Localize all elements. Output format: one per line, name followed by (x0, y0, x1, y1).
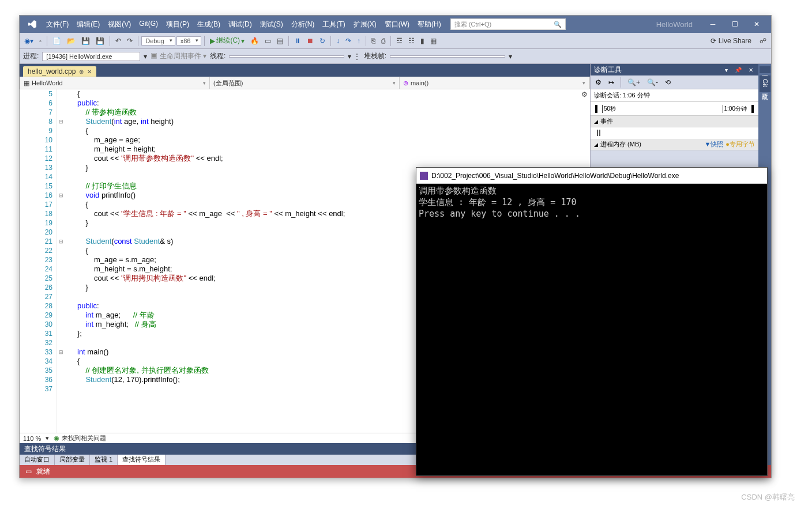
fold-column: ⊟⊟⊟⊟ (57, 89, 66, 433)
browser-icon[interactable]: ▭ (262, 36, 273, 46)
restart-button[interactable]: ↻ (317, 36, 328, 46)
fold-toggle[interactable]: ⊟ (57, 117, 66, 126)
panel-tab[interactable]: 局部变量 (55, 455, 90, 465)
fold-toggle (57, 329, 66, 338)
diag-exit-icon[interactable]: ↦ (606, 77, 616, 88)
close-tab-icon[interactable]: ✕ (87, 69, 92, 75)
save-all-button[interactable]: 💾 (93, 36, 107, 46)
console-body: 调用带参数构造函数 学生信息 : 年龄 = 12 , 身高 = 170 Pres… (416, 184, 767, 475)
menu-item[interactable]: 调试(D) (225, 17, 255, 32)
undo-button[interactable]: ↶ (113, 36, 123, 46)
fold-toggle (57, 264, 66, 274)
nav-fwd-button[interactable]: ◦ (37, 36, 44, 46)
diag-toolbar: ⚙ ↦ 🔍+ 🔍- ⟲ (591, 75, 758, 89)
script-icon[interactable]: ▤ (275, 36, 285, 46)
rail-solution-explorer[interactable]: 解决方案资源管理器 (760, 66, 770, 73)
diag-dropdown-icon[interactable]: ▾ (723, 67, 730, 73)
panel-tab[interactable]: 监视 1 (90, 455, 118, 465)
panel-tab[interactable]: 查找符号结果 (118, 455, 166, 465)
close-button[interactable]: ✕ (748, 17, 765, 31)
menu-item[interactable]: 项目(P) (163, 17, 193, 32)
live-share-button[interactable]: ⟳ Live Share (706, 36, 756, 46)
zoom-level[interactable]: 110 % (23, 435, 41, 442)
tool-icon-1[interactable]: ⎘ (369, 36, 378, 46)
continue-button[interactable]: ▶ 继续(C) ▾ (208, 35, 247, 47)
menu-item[interactable]: 帮助(H) (414, 17, 445, 32)
thread-combo[interactable] (229, 55, 344, 58)
diag-zoomout-icon[interactable]: 🔍- (645, 77, 660, 88)
fold-toggle (57, 145, 66, 154)
menu-item[interactable]: 视图(V) (104, 17, 134, 32)
stack-combo[interactable] (390, 55, 505, 58)
process-label: 进程: (23, 51, 39, 61)
save-button[interactable]: 💾 (79, 36, 92, 46)
title-bar: 文件(F)编辑(E)视图(V)Git(G)项目(P)生成(B)调试(D)测试(S… (20, 16, 771, 33)
stack-label: 堆栈帧: (364, 51, 386, 61)
diag-pin-icon[interactable]: 📌 (733, 67, 743, 73)
menu-item[interactable]: 文件(F) (43, 17, 72, 32)
fold-toggle[interactable]: ⊟ (57, 347, 66, 357)
pin-icon[interactable]: ⊕ (79, 69, 84, 75)
console-window[interactable]: D:\002_Project\006_Visual_Studio\HelloWo… (416, 167, 768, 476)
step-into-button[interactable]: ↓ (334, 36, 342, 46)
fold-toggle (57, 108, 66, 117)
fold-toggle[interactable]: ⊟ (57, 191, 66, 200)
rail-git-changes[interactable]: Git 更改 (760, 75, 770, 92)
redo-button[interactable]: ↷ (125, 36, 135, 46)
new-file-button[interactable]: 📄 (50, 36, 63, 46)
timeline-mark-1: 1:00分钟 (723, 105, 747, 113)
diag-events-section[interactable]: ◢事件 (591, 116, 758, 127)
menu-item[interactable]: 编辑(E) (73, 17, 103, 32)
nav-func-combo[interactable]: ⊚main() (400, 77, 589, 89)
app-title: HelloWorld (649, 20, 700, 29)
issues-indicator[interactable]: ◉未找到相关问题 (54, 434, 106, 443)
watermark: CSDN @韩曙亮 (741, 492, 795, 502)
diag-close-icon[interactable]: ✕ (747, 67, 755, 73)
fold-toggle (57, 283, 66, 292)
hot-reload-icon[interactable]: 🔥 (248, 36, 261, 46)
diag-timeline[interactable]: 50秒 1:00分钟 (591, 102, 758, 116)
console-title-bar[interactable]: D:\002_Project\006_Visual_Studio\HelloWo… (416, 168, 767, 184)
step-out-button[interactable]: ↑ (355, 36, 363, 46)
diag-session: 诊断会话: 1:06 分钟 (591, 89, 758, 102)
tool-icon-5[interactable]: ▮ (418, 36, 427, 46)
menu-item[interactable]: 窗口(W) (381, 17, 413, 32)
tool-icon-6[interactable]: ▦ (428, 36, 439, 46)
fold-toggle (57, 246, 66, 255)
panel-tab[interactable]: 自动窗口 (20, 455, 55, 465)
stop-button[interactable]: ⏹ (304, 36, 316, 46)
menu-item[interactable]: 测试(S) (257, 17, 287, 32)
feedback-icon[interactable]: ☍ (757, 36, 769, 46)
file-tab[interactable]: hello_world.cpp ⊕ ✕ (23, 66, 96, 77)
tool-icon-2[interactable]: ⎙ (379, 36, 388, 46)
diag-memory-section[interactable]: ◢进程内存 (MB) ▼快照 ●专用字节 (591, 139, 758, 150)
status-text: 就绪 (36, 467, 50, 477)
platform-combo[interactable]: x86 (176, 36, 202, 46)
config-combo[interactable]: Debug (141, 36, 175, 46)
nav-back-button[interactable]: ◉▾ (22, 36, 36, 46)
process-combo[interactable]: [19436] HelloWorld.exe (42, 52, 140, 61)
pause-button[interactable]: ⏸ (292, 36, 303, 46)
nav-bar: ▦HelloWorld (全局范围) ⊚main() (20, 77, 590, 89)
menu-item[interactable]: 生成(B) (194, 17, 224, 32)
fold-toggle (57, 209, 66, 218)
step-over-button[interactable]: ↷ (343, 36, 354, 46)
search-input[interactable]: 搜索 (Ctrl+Q) 🔍 (450, 18, 566, 30)
maximize-button[interactable]: ☐ (726, 17, 743, 31)
menu-item[interactable]: 分析(N) (288, 17, 318, 32)
diag-zoomin-icon[interactable]: 🔍+ (625, 77, 642, 88)
fold-toggle[interactable]: ⊟ (57, 237, 66, 246)
diag-gear-icon[interactable]: ⚙ (593, 77, 604, 88)
diag-reset-icon[interactable]: ⟲ (663, 77, 673, 88)
fold-toggle (57, 182, 66, 191)
tool-icon-3[interactable]: ☲ (394, 36, 405, 46)
settings-icon[interactable]: ⚙ (581, 90, 588, 99)
menu-item[interactable]: Git(G) (136, 17, 161, 32)
nav-project-combo[interactable]: ▦HelloWorld (20, 77, 210, 89)
menu-item[interactable]: 工具(T) (319, 17, 348, 32)
open-button[interactable]: 📂 (65, 36, 78, 46)
menu-item[interactable]: 扩展(X) (350, 17, 380, 32)
minimize-button[interactable]: ─ (704, 17, 721, 31)
tool-icon-4[interactable]: ☷ (406, 36, 417, 46)
nav-scope-combo[interactable]: (全局范围) (210, 77, 400, 89)
